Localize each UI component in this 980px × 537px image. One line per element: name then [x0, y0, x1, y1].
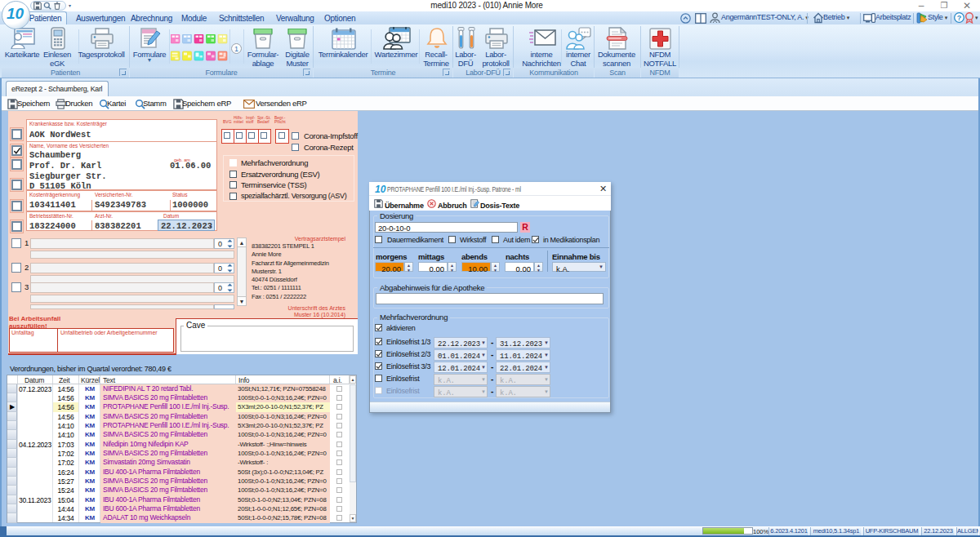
svg-text:?: ? [957, 14, 962, 22]
